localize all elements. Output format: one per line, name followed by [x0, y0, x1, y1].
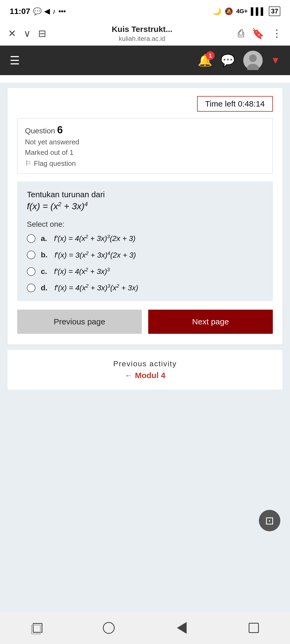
main-content: Time left 0:48:14 Question 6 Not yet ans… [0, 75, 290, 433]
previous-page-button[interactable]: Previous page [17, 310, 142, 334]
question-info-box: Question 6 Not yet answered Marked out o… [17, 118, 273, 174]
radio-a[interactable] [27, 234, 35, 243]
home-button[interactable] [103, 622, 115, 634]
browser-actions: ⎙ 🔖 ⋮ [238, 28, 282, 39]
hamburger-menu-button[interactable]: ☰ [10, 54, 20, 67]
option-a-formula: f′(x) = 4(x2 + 3x)3(2x + 3) [54, 234, 135, 243]
status-bar: 11:07 💬 ◀ ♪ ••• 🌙 🔕 4G+ ▌▌▌ 37 [0, 0, 290, 21]
option-b-letter: b. [41, 251, 48, 259]
home-circle-icon [103, 622, 115, 634]
more-options-button[interactable]: ⋮ [272, 28, 282, 39]
question-intro-text: Tentukan turunan dari [27, 190, 263, 199]
notification-badge: 1 [206, 51, 215, 60]
app-header: ☰ 🔔 1 💬 ▼ [0, 46, 290, 75]
status-icons-right: 🌙 🔕 4G+ ▌▌▌ 37 [213, 6, 280, 16]
option-d-letter: d. [41, 284, 48, 292]
svg-point-1 [249, 54, 257, 62]
option-c-letter: c. [41, 267, 47, 276]
chevron-down-button[interactable]: ∨ [24, 28, 31, 39]
recents-icon [31, 623, 41, 633]
floating-action-button[interactable]: ⊡ [259, 510, 280, 531]
question-body: Tentukan turunan dari f(x) = (x2 + 3x)4 … [17, 181, 273, 301]
radio-d[interactable] [27, 284, 35, 292]
flag-question-button[interactable]: ⚐ Flag question [25, 159, 265, 168]
timer-row: Time left 0:48:14 [17, 96, 273, 112]
android-nav-bar [0, 612, 290, 644]
flag-icon: ⚐ [25, 159, 31, 168]
recent-apps-button[interactable] [31, 623, 41, 633]
square-icon [249, 623, 259, 633]
option-b-row[interactable]: b. f′(x) = 3(x2 + 3x)4(2x + 3) [27, 251, 263, 259]
modul-link[interactable]: ← Modul 4 [17, 371, 273, 380]
location-icon: ◀ [44, 7, 50, 16]
battery-display: 37 [269, 6, 280, 16]
flag-label: Flag question [34, 159, 76, 168]
bookmark-button[interactable]: 🔖 [252, 28, 264, 39]
time-display: 11:07 [10, 7, 30, 16]
notification-bell-wrapper[interactable]: 🔔 1 [198, 53, 212, 67]
option-d-row[interactable]: d. f′(x) = 4(x2 + 3x)3(x2 + 3x) [27, 283, 263, 292]
top-strip [0, 75, 290, 83]
prev-activity-label: Previous activity [17, 360, 273, 368]
profile-dropdown-arrow[interactable]: ▼ [271, 55, 280, 66]
question-number: 6 [57, 124, 63, 136]
floating-action-icon: ⊡ [265, 514, 274, 527]
screenshot-button[interactable] [249, 623, 259, 633]
share-button[interactable]: ⎙ [238, 28, 244, 39]
back-button[interactable] [177, 622, 187, 634]
question-number-row: Question 6 [25, 124, 265, 136]
option-d-formula: f′(x) = 4(x2 + 3x)3(x2 + 3x) [55, 283, 138, 292]
browser-url-area: Kuis Terstrukt... kuliah.itera.ac.id [54, 24, 230, 43]
next-page-button[interactable]: Next page [148, 310, 273, 334]
timer-display: Time left 0:48:14 [197, 96, 273, 112]
status-time: 11:07 💬 ◀ ♪ ••• [10, 7, 66, 16]
quiz-card: Time left 0:48:14 Question 6 Not yet ans… [8, 88, 282, 345]
option-a-letter: a. [41, 234, 47, 243]
settings-tabs-button[interactable]: ⊟ [38, 28, 46, 39]
select-one-label: Select one: [27, 220, 263, 229]
url-domain: kuliah.itera.ac.id [119, 34, 165, 43]
options-list: a. f′(x) = 4(x2 + 3x)3(2x + 3) b. f′(x) … [27, 234, 263, 292]
question-status: Not yet answered [25, 138, 265, 146]
radio-b[interactable] [27, 251, 35, 259]
question-formula: f(x) = (x2 + 3x)4 [27, 201, 263, 211]
option-c-row[interactable]: c. f′(x) = 4(x2 + 3x)3 [27, 267, 263, 276]
bottom-activity: Previous activity ← Modul 4 [8, 350, 282, 390]
chat-icon[interactable]: 💬 [220, 53, 235, 67]
back-triangle-icon [177, 622, 187, 634]
browser-bar: ✕ ∨ ⊟ Kuis Terstrukt... kuliah.itera.ac.… [0, 21, 290, 46]
option-a-row[interactable]: a. f′(x) = 4(x2 + 3x)3(2x + 3) [27, 234, 263, 243]
tiktok-icon: ♪ [52, 7, 56, 16]
signal-icon: ▌▌▌ [251, 7, 266, 16]
avatar[interactable] [243, 51, 263, 70]
option-c-formula: f′(x) = 4(x2 + 3x)3 [54, 267, 110, 276]
close-button[interactable]: ✕ [8, 28, 16, 39]
volume-icon: 🔕 [224, 7, 233, 16]
moon-icon: 🌙 [213, 7, 221, 16]
radio-c[interactable] [27, 267, 35, 276]
battery-value: 37 [271, 8, 278, 15]
nav-buttons: Previous page Next page [17, 310, 273, 334]
network-label: 4G+ [236, 8, 248, 15]
question-mark: Marked out of 1 [25, 148, 265, 157]
option-b-formula: f′(x) = 3(x2 + 3x)4(2x + 3) [55, 251, 136, 259]
page-title: Kuis Terstrukt... [112, 24, 172, 34]
whatsapp-icon: 💬 [33, 7, 42, 16]
header-right: 🔔 1 💬 ▼ [198, 51, 280, 70]
dots-icon: ••• [59, 7, 66, 16]
